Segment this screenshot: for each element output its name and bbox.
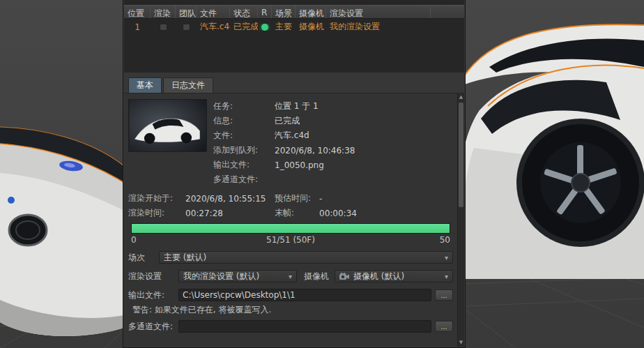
detail-file: 文件: 汽车.c4d — [213, 128, 453, 143]
detail-multipass: 多通道文件: — [213, 172, 453, 187]
render-settings-dropdown-value: 我的渲染设置 (默认) — [183, 271, 284, 282]
job-status: 已完成 — [230, 21, 258, 33]
column-header-team[interactable]: 团队 — [176, 6, 197, 18]
output-file-row: 输出文件: ... — [128, 289, 453, 301]
output-file-value: 1_0050.png — [275, 160, 324, 170]
file-label: 文件: — [213, 130, 275, 142]
detail-task: 任务: 位置 1 于 1 — [213, 99, 453, 114]
job-ram-cell — [258, 24, 272, 31]
output-browse-button[interactable]: ... — [435, 289, 453, 301]
camera-dropdown[interactable]: 摄像机 (默认) ▾ — [335, 270, 453, 282]
multipass-file-label: 多通道文件: — [213, 174, 275, 186]
job-scene: 主要 — [272, 21, 296, 33]
column-header-render-settings[interactable]: 渲染设置 — [326, 6, 431, 18]
task-value: 位置 1 于 1 — [275, 100, 319, 112]
column-header-file[interactable]: 文件 — [197, 6, 230, 18]
render-checkbox[interactable] — [160, 23, 167, 31]
task-label: 任务: — [213, 100, 275, 112]
settings-camera-row: 渲染设置 我的渲染设置 (默认) ▾ 摄像机 摄像机 (默认) ▾ — [128, 270, 453, 282]
multipass-file-row: 多通道文件: ... — [128, 320, 453, 333]
scroll-down-icon[interactable]: ▼ — [458, 338, 464, 347]
car-model-left[interactable] — [0, 127, 124, 336]
camera-icon — [339, 273, 350, 280]
camera-label: 摄像机 — [304, 271, 329, 282]
output-path-input[interactable] — [178, 289, 431, 301]
take-row: 场次 主要 (默认) ▾ — [128, 251, 453, 264]
car-model-right[interactable] — [458, 24, 644, 279]
chevron-down-icon: ▾ — [445, 273, 448, 280]
render-settings-label: 渲染设置 — [128, 271, 178, 282]
multipass-path-input[interactable] — [178, 320, 431, 333]
progress-fill — [132, 224, 450, 233]
car-wheel — [516, 119, 644, 247]
column-header-camera[interactable]: 摄像机 — [296, 6, 326, 18]
render-stats: 渲染开始于: 2020/6/8, 10:55:15 预估时间: - 渲染时间: … — [128, 191, 453, 220]
tab-log-file[interactable]: 日志文件 — [163, 77, 213, 93]
scrollbar-thumb[interactable] — [459, 103, 463, 207]
stat-row-time: 渲染时间: 00:27:28 末帧: 00:00:34 — [128, 206, 453, 220]
status-complete-icon — [261, 24, 268, 31]
job-position: 1 — [124, 22, 151, 32]
chevron-down-icon: ▾ — [445, 254, 448, 262]
detail-info: 信息: 已完成 — [213, 114, 453, 128]
render-started-value: 2020/6/8, 10:55:15 — [185, 194, 275, 204]
added-label: 添加到队列: — [213, 144, 275, 156]
overwrite-warning: 警告: 如果文件已存在, 将被覆盖写入. — [132, 304, 453, 314]
render-settings-dropdown[interactable]: 我的渲染设置 (默认) ▾ — [178, 270, 297, 282]
column-header-position[interactable]: 位置 — [124, 6, 151, 18]
multipass-browse-button[interactable]: ... — [435, 321, 453, 332]
render-time-value: 00:27:28 — [185, 209, 275, 218]
car-badge — [8, 197, 15, 204]
detail-output: 输出文件: 1_0050.png — [213, 158, 453, 172]
end-frame-label: 50 — [345, 235, 450, 245]
application-window: 位置 渲染 团队 文件 状态 R 场景 摄像机 渲染设置 1 汽车.c4d — [0, 0, 644, 348]
output-file-label: 输出文件: — [213, 159, 275, 171]
team-checkbox-cell — [176, 23, 197, 31]
frame-range-labels: 0 51/51 (50F) 50 — [131, 235, 450, 245]
take-dropdown[interactable]: 主要 (默认) ▾ — [159, 251, 453, 264]
render-checkbox-cell — [151, 23, 176, 31]
start-frame-label: 0 — [131, 235, 236, 245]
render-progress-bar — [131, 223, 450, 234]
column-header-render[interactable]: 渲染 — [151, 6, 176, 18]
column-header-status[interactable]: 状态 — [230, 6, 258, 18]
tab-basic[interactable]: 基本 — [128, 77, 162, 93]
stat-row-start: 渲染开始于: 2020/6/8, 10:55:15 预估时间: - — [128, 191, 453, 206]
info-value: 已完成 — [275, 115, 300, 127]
scroll-up-icon[interactable]: ▲ — [458, 93, 464, 101]
file-value: 汽车.c4d — [275, 130, 309, 142]
job-file: 汽车.c4d — [197, 21, 230, 33]
multipass-path-label: 多通道文件: — [128, 321, 178, 333]
column-header-scene[interactable]: 场景 — [272, 6, 296, 18]
render-time-label: 渲染时间: — [128, 207, 185, 219]
detail-added: 添加到队列: 2020/6/8, 10:46:38 — [213, 143, 453, 158]
team-checkbox[interactable] — [183, 23, 190, 31]
camera-dropdown-value: 摄像机 (默认) — [353, 271, 440, 282]
job-table-header: 位置 渲染 团队 文件 状态 R 场景 摄像机 渲染设置 — [124, 5, 464, 19]
render-queue-panel: 位置 渲染 团队 文件 状态 R 场景 摄像机 渲染设置 1 汽车.c4d — [123, 0, 466, 348]
render-started-label: 渲染开始于: — [128, 192, 185, 204]
last-frame-value: 00:00:34 — [319, 209, 357, 218]
take-dropdown-value: 主要 (默认) — [164, 252, 440, 264]
last-frame-label: 末帧: — [275, 207, 319, 219]
column-header-r[interactable]: R — [258, 6, 272, 18]
info-label: 信息: — [213, 115, 275, 127]
vertical-scrollbar[interactable]: ▲ ▼ — [457, 93, 464, 347]
column-header-filler — [431, 6, 464, 18]
job-row[interactable]: 1 汽车.c4d 已完成 主要 摄像机 我的渲染设置 — [124, 19, 464, 35]
estimate-value: - — [319, 194, 322, 204]
detail-tabs: 基本 日志文件 — [128, 77, 213, 93]
job-render-settings: 我的渲染设置 — [326, 21, 431, 33]
current-frame-label: 51/51 (50F) — [236, 235, 345, 245]
job-camera: 摄像机 — [296, 21, 326, 33]
added-value: 2020/6/8, 10:46:38 — [275, 146, 355, 156]
take-label: 场次 — [128, 252, 159, 264]
job-table: 位置 渲染 团队 文件 状态 R 场景 摄像机 渲染设置 1 汽车.c4d — [124, 0, 464, 73]
output-path-label: 输出文件: — [128, 289, 178, 301]
chevron-down-icon: ▾ — [289, 273, 292, 280]
job-details: 任务: 位置 1 于 1 信息: 已完成 文件: 汽车.c4d 添加到队列: 2… — [213, 99, 453, 187]
basic-tab-content: 任务: 位置 1 于 1 信息: 已完成 文件: 汽车.c4d 添加到队列: 2… — [124, 93, 457, 347]
render-preview-thumbnail — [128, 99, 207, 152]
estimate-label: 预估时间: — [275, 192, 319, 204]
